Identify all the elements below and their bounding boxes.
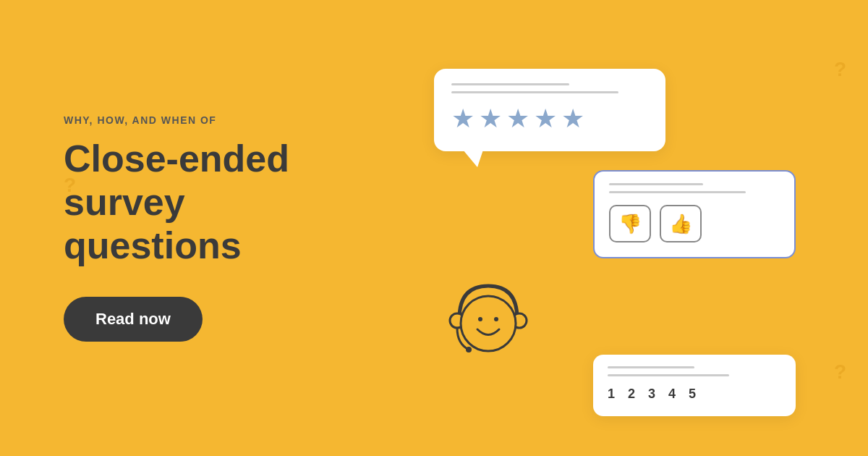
cards-container: ★ ★ ★ ★ ★ 👎 👍 [405, 54, 796, 431]
scale-num-3: 3 [648, 387, 655, 402]
smiley-character [441, 271, 528, 358]
read-now-button[interactable]: Read now [64, 297, 203, 342]
thumbs-down-icon: 👎 [618, 213, 642, 235]
thumbs-buttons: 👎 👍 [609, 205, 780, 242]
left-section: WHY, HOW, AND WHEN OF Close-ended survey… [0, 114, 333, 341]
thumbs-text-lines [609, 183, 780, 193]
star-rating-bubble: ★ ★ ★ ★ ★ [434, 69, 665, 151]
svg-point-4 [494, 317, 498, 321]
scale-num-2: 2 [628, 387, 635, 402]
bubble-text-lines [451, 83, 648, 93]
scale-text-lines [608, 366, 781, 376]
thumbs-line-2 [609, 191, 746, 193]
thumbs-down-box[interactable]: 👎 [609, 205, 651, 242]
title-line2: survey questions [64, 181, 242, 266]
star-1: ★ [451, 104, 475, 134]
title-line1: Close-ended [64, 138, 289, 180]
main-title: Close-ended survey questions [64, 138, 333, 267]
star-5: ★ [561, 104, 584, 134]
scale-num-4: 4 [668, 387, 676, 402]
right-illustration: ? ? ★ ★ ★ ★ ★ 👎 [333, 0, 868, 456]
svg-point-2 [461, 296, 516, 351]
question-mark-left-icon: ? [64, 174, 76, 197]
thumbs-card: 👎 👍 [593, 170, 796, 258]
bubble-line-2 [451, 91, 618, 93]
question-mark-right-top-icon: ? [834, 58, 846, 81]
star-3: ★ [506, 104, 529, 134]
scale-num-1: 1 [608, 387, 615, 402]
thumbs-line-1 [609, 183, 703, 185]
scale-line-2 [608, 374, 729, 376]
thumbs-up-icon: 👍 [669, 213, 692, 235]
question-mark-right-bottom-icon: ? [834, 360, 846, 384]
smiley-svg [441, 271, 535, 366]
svg-point-3 [478, 317, 482, 321]
star-2: ★ [479, 104, 502, 134]
subtitle: WHY, HOW, AND WHEN OF [64, 114, 333, 126]
numeric-scale: 1 2 3 4 5 [608, 387, 781, 402]
scale-line-1 [608, 366, 694, 368]
scale-card: 1 2 3 4 5 [593, 355, 796, 416]
svg-point-5 [466, 347, 472, 352]
scale-num-5: 5 [689, 387, 696, 402]
bubble-line-1 [451, 83, 569, 85]
thumbs-up-box[interactable]: 👍 [660, 205, 702, 242]
star-rating: ★ ★ ★ ★ ★ [451, 104, 648, 134]
star-4: ★ [534, 104, 557, 134]
